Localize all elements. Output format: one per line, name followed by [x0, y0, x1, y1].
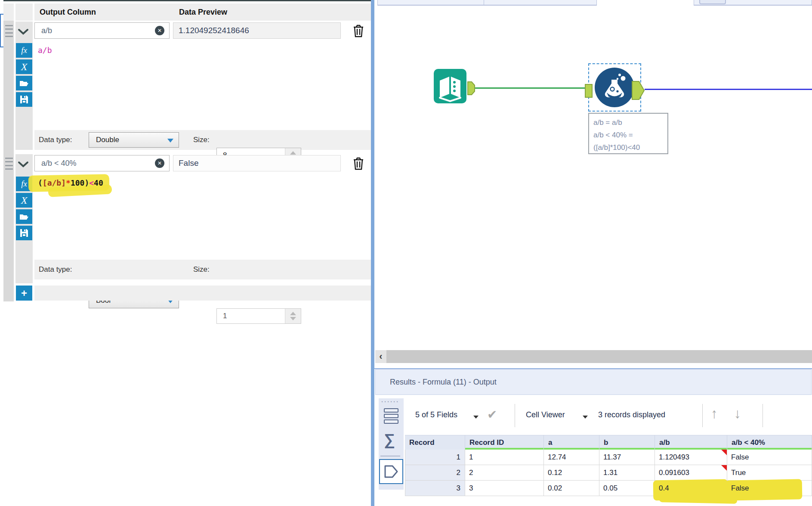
cell-record-id[interactable]: 1 [465, 450, 544, 465]
cell-a[interactable]: 0.02 [544, 481, 599, 496]
col-header-a[interactable]: a [544, 435, 599, 450]
row1-clear-icon[interactable]: ✕ [155, 26, 164, 35]
row1-open-expression-button[interactable] [16, 76, 32, 90]
row1-delete-trash-icon[interactable] [352, 24, 365, 38]
col-header-a-b-lt-40[interactable]: a/b < 40% [727, 435, 812, 450]
data-view-selected-button[interactable] [379, 459, 403, 484]
row1-drag-handle[interactable] [5, 25, 13, 37]
row1-variables-button[interactable]: X [16, 59, 32, 74]
row1-functions-fx-button[interactable]: fx [16, 43, 32, 58]
expression1-formula-text[interactable]: a/b [38, 46, 52, 55]
row2-size-label: Size: [193, 265, 210, 274]
side-toolbar-grip[interactable]: ······ [381, 398, 399, 405]
token-40: 40 [94, 178, 103, 187]
token-less-than: < [89, 178, 94, 187]
row2-save-expression-button[interactable] [16, 226, 32, 240]
connection-blue-wire[interactable] [645, 89, 812, 90]
header-handle-cell [3, 3, 14, 21]
toolbar-divider [515, 404, 515, 427]
formula-tool[interactable] [595, 68, 634, 107]
save-disk-icon [20, 229, 28, 237]
canvas-top-tab-fragment-right [694, 0, 812, 6]
results-title: Results - Formula (11) - Output [390, 378, 497, 387]
row1-collapse-chevron-icon[interactable] [18, 28, 29, 35]
fx-icon: fx [21, 46, 27, 55]
col-header-record[interactable]: Record [405, 435, 465, 450]
token-multiply: * [66, 178, 71, 187]
cell-a-b-lt-40[interactable]: True [727, 465, 812, 481]
row2-delete-trash-icon[interactable] [352, 156, 365, 171]
data-preview-header: Data Preview [173, 3, 373, 21]
row1-data-preview: 1.12049252418646 [173, 22, 341, 39]
cell-record[interactable]: 2 [405, 465, 465, 481]
row2-size-value: 1 [223, 312, 227, 320]
results-grid: Record Record ID a b a/b a/b < 40% 1 1 1… [405, 435, 812, 496]
scroll-down-arrow[interactable]: ↓ [734, 406, 741, 422]
table-view-icon[interactable] [384, 408, 398, 424]
connection-green-wire[interactable] [475, 87, 586, 89]
col-header-a-b[interactable]: a/b [655, 435, 727, 450]
row2-output-column-input[interactable] [34, 155, 170, 171]
records-displayed-label: 3 records displayed [598, 410, 665, 419]
cell-a-b-lt-40-highlighted[interactable]: False [727, 481, 812, 496]
formula-tool-output-anchor[interactable] [632, 81, 645, 100]
row2-collapse-chevron-icon[interactable] [18, 161, 29, 168]
row1-datatype-dropdown[interactable]: Double [89, 132, 179, 148]
formula-tool-input-anchor[interactable] [585, 84, 593, 98]
fx-icon: fx [21, 179, 27, 189]
scroll-up-arrow[interactable]: ↑ [711, 406, 718, 422]
cell-record-id[interactable]: 2 [465, 465, 544, 481]
cell-record-id[interactable]: 3 [465, 481, 544, 496]
panel-splitter[interactable] [371, 0, 374, 506]
cell-a[interactable]: 0.12 [544, 465, 599, 481]
add-expression-button[interactable]: + [16, 286, 32, 301]
cell-b[interactable]: 11.37 [599, 450, 655, 465]
cell-viewer-dropdown[interactable]: Cell Viewer [526, 410, 565, 419]
cell-b[interactable]: 0.05 [599, 481, 655, 496]
expression2-formula-text[interactable]: ([a/b]*100)<40 [38, 178, 103, 187]
scrollbar-left-arrow[interactable]: ‹ [375, 350, 386, 363]
cell-record[interactable]: 1 [405, 450, 465, 465]
row1-output-column-input[interactable] [34, 22, 170, 39]
row2-data-preview: False [173, 155, 341, 171]
cell-b[interactable]: 1.31 [599, 465, 655, 481]
header-chevron-cell [15, 3, 33, 21]
save-disk-icon [20, 95, 28, 104]
input-tool-output-anchor[interactable] [467, 81, 475, 95]
truncation-flag-icon [721, 465, 727, 471]
row1-save-expression-button[interactable] [16, 92, 32, 107]
col-header-record-id[interactable]: Record ID [465, 435, 544, 450]
cell-a[interactable]: 12.74 [544, 450, 599, 465]
canvas-top-tab-fragment [377, 0, 597, 6]
row2-variables-button[interactable]: X [16, 193, 32, 208]
canvas-horizontal-scrollbar[interactable] [386, 350, 812, 363]
spinner-arrows[interactable] [285, 309, 301, 323]
cell-record[interactable]: 3 [405, 481, 465, 496]
token-field-ref: [a/b] [43, 178, 66, 187]
side-toolbar-divider [380, 456, 400, 456]
output-column-header: Output Column [34, 3, 176, 21]
fields-dropdown[interactable]: 5 of 5 Fields [415, 410, 457, 419]
fields-caret-icon[interactable] [473, 416, 479, 419]
cell-viewer-caret-icon[interactable] [583, 416, 588, 419]
row2-datatype-label: Data type: [39, 265, 72, 274]
row1-datatype-label: Data type: [39, 136, 72, 144]
cell-a-b[interactable]: 0.091603 [655, 465, 727, 481]
variable-x-icon: X [21, 195, 28, 206]
row2-clear-icon[interactable]: ✕ [155, 158, 164, 168]
row2-drag-handle[interactable] [5, 158, 13, 170]
formula-tool-annotation[interactable]: a/b = a/b a/b < 40% = ([a/b]*100)<40 [588, 113, 668, 154]
col-header-b[interactable]: b [599, 435, 655, 450]
cell-a-b-highlighted[interactable]: 0.4 [655, 481, 727, 496]
input-data-tool[interactable] [434, 69, 466, 103]
results-title-bar[interactable]: Results - Formula (11) - Output [375, 369, 812, 395]
toolbar-divider [763, 404, 763, 427]
row2-size-spinner[interactable]: 1 [216, 308, 301, 324]
cell-a-b-lt-40[interactable]: False [727, 450, 812, 465]
alteryx-designer-window: Output Column Data Preview ✕ 1.120492524… [0, 0, 812, 506]
apply-check-icon[interactable]: ✔ [487, 407, 497, 422]
annotation-line: a/b = a/b [593, 116, 667, 129]
sigma-profile-icon[interactable]: ∑ [384, 431, 395, 449]
row2-open-expression-button[interactable] [16, 209, 32, 224]
cell-a-b[interactable]: 1.120493 [655, 450, 727, 465]
